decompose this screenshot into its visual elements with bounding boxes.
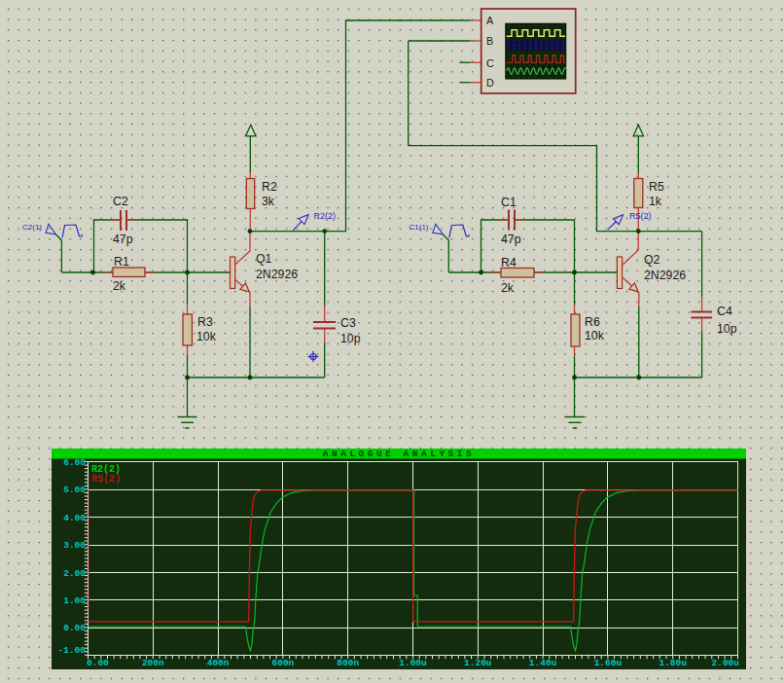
- svg-text:1.80u: 1.80u: [659, 658, 687, 668]
- svg-text:2N2926: 2N2926: [256, 268, 298, 281]
- svg-text:4.00: 4.00: [63, 513, 86, 523]
- svg-text:400n: 400n: [207, 658, 230, 668]
- svg-text:5.00: 5.00: [63, 485, 86, 495]
- svg-text:47p: 47p: [501, 233, 521, 246]
- svg-text:3.00: 3.00: [63, 540, 86, 551]
- svg-text:0.00: 0.00: [63, 623, 86, 633]
- svg-text:C3: C3: [340, 316, 356, 330]
- svg-text:R2(2): R2(2): [314, 211, 337, 221]
- svg-text:800n: 800n: [337, 658, 359, 668]
- svg-text:D: D: [486, 77, 494, 89]
- svg-text:1.20u: 1.20u: [464, 658, 492, 668]
- svg-text:1k: 1k: [649, 195, 662, 208]
- svg-text:C4: C4: [717, 305, 732, 318]
- svg-text:-1.00: -1.00: [57, 645, 86, 656]
- svg-text:2k: 2k: [113, 279, 126, 293]
- svg-text:C2(1): C2(1): [22, 223, 42, 232]
- svg-text:2k: 2k: [501, 281, 515, 295]
- svg-text:R6: R6: [585, 315, 600, 329]
- svg-text:1.00: 1.00: [63, 595, 86, 606]
- svg-text:10p: 10p: [340, 332, 361, 345]
- svg-text:6.00: 6.00: [63, 457, 86, 468]
- svg-text:1.60u: 1.60u: [594, 658, 623, 668]
- svg-text:1.40u: 1.40u: [529, 658, 557, 668]
- svg-text:C: C: [486, 57, 494, 69]
- svg-text:1.00u: 1.00u: [399, 658, 427, 668]
- svg-text:2.00: 2.00: [63, 568, 86, 579]
- svg-text:10k: 10k: [196, 330, 217, 343]
- svg-text:R3: R3: [197, 315, 213, 329]
- svg-text:C1: C1: [501, 196, 517, 209]
- svg-text:600n: 600n: [271, 658, 294, 668]
- svg-text:Q2: Q2: [644, 253, 660, 267]
- svg-text:R4: R4: [501, 256, 517, 270]
- svg-text:ANALOGUE ANALYSIS: ANALOGUE ANALYSIS: [323, 449, 475, 459]
- svg-text:R5(2): R5(2): [629, 211, 652, 221]
- svg-text:200n: 200n: [142, 658, 164, 668]
- svg-text:0.00: 0.00: [87, 658, 109, 668]
- svg-text:R2: R2: [262, 180, 277, 194]
- svg-text:A: A: [486, 15, 494, 26]
- svg-text:C1(1): C1(1): [410, 223, 429, 232]
- svg-text:B: B: [486, 35, 493, 47]
- svg-text:R5(2): R5(2): [91, 474, 121, 485]
- svg-text:R5: R5: [649, 180, 664, 194]
- svg-text:3k: 3k: [262, 195, 275, 208]
- svg-text:10k: 10k: [585, 329, 605, 342]
- svg-text:C2: C2: [113, 195, 128, 208]
- svg-text:2.00u: 2.00u: [711, 658, 739, 668]
- svg-text:10p: 10p: [717, 322, 737, 336]
- svg-text:47p: 47p: [113, 233, 133, 246]
- svg-text:Q1: Q1: [256, 252, 272, 266]
- svg-text:2N2926: 2N2926: [644, 269, 686, 282]
- svg-text:R1: R1: [114, 255, 129, 269]
